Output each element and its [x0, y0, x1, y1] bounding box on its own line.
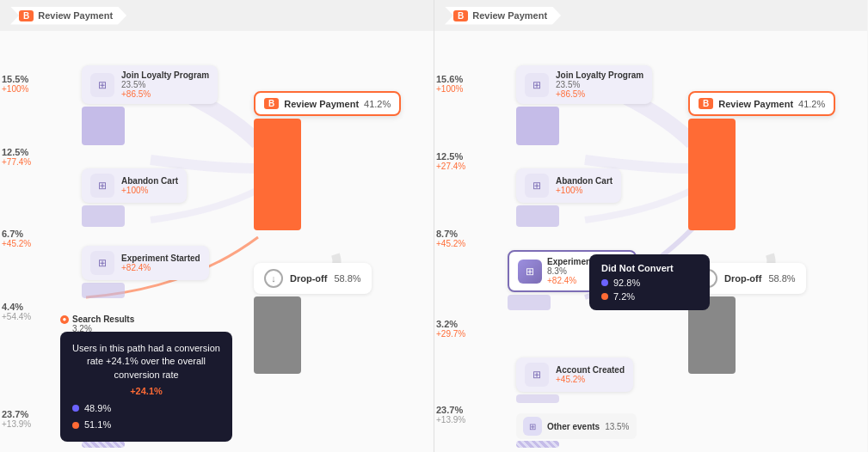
left-stat-2-change: +77.4% — [2, 157, 31, 167]
right-review-payment-pct: 41.2% — [798, 99, 825, 109]
join-loyalty-icon: ⊞ — [90, 73, 114, 97]
other-events-bar — [82, 441, 125, 448]
left-stat-2-val: 12.5% — [2, 147, 31, 157]
left-dropoff-pct: 58.8% — [334, 273, 360, 284]
right-stat-3-change: +45.2% — [436, 239, 465, 248]
right-breadcrumb: B Review Payment — [434, 0, 867, 31]
right-join-loyalty-bar — [516, 107, 559, 145]
right-breadcrumb-label: Review Payment — [472, 10, 547, 21]
right-stat-2-val: 12.5% — [436, 151, 465, 162]
abandon-cart-icon: ⊞ — [90, 174, 114, 198]
right-stat-1-change: +100% — [436, 84, 463, 94]
left-stat-4: 4.4% +54.4% — [2, 302, 31, 321]
tooltip-dot-row-2: 51.1% — [72, 418, 220, 431]
left-b-badge: B — [19, 10, 34, 21]
left-abandon-cart-node[interactable]: ⊞ Abandon Cart +100% — [82, 168, 187, 227]
right-dropoff-label: Drop-off — [724, 273, 761, 284]
tooltip-text: Users in this path had a conversion rate… — [72, 342, 220, 382]
dropoff-icon: ↓ — [264, 269, 283, 288]
left-experiment-node[interactable]: ⊞ Experiment Started +82.4% — [82, 246, 209, 298]
right-join-loyalty-change: +86.5% — [556, 89, 643, 99]
account-created-bar — [516, 394, 559, 403]
right-stat-5: 23.7% +13.9% — [436, 405, 465, 425]
account-created-change: +45.2% — [556, 375, 625, 384]
right-stat-4: 3.2% +29.7% — [436, 319, 465, 339]
left-stat-3: 6.7% +45.2% — [2, 229, 31, 248]
right-stat-1: 15.6% +100% — [436, 74, 463, 94]
left-breadcrumb-label: Review Payment — [38, 10, 113, 21]
right-review-payment-label: Review Payment — [718, 99, 793, 109]
abandon-cart-bar — [82, 205, 125, 227]
left-stat-4-change: +54.4% — [2, 312, 31, 321]
right-experiment-bar — [508, 295, 551, 310]
right-flow-canvas: 15.6% +100% 12.5% +27.4% 8.7% +45.2% 3.2… — [434, 31, 867, 452]
tooltip-highlight: +24.1% — [72, 385, 220, 398]
right-other-events-label: Other events — [547, 422, 600, 431]
right-abandon-cart-label: Abandon Cart — [556, 176, 613, 186]
dnc-row-1: 92.8% — [601, 278, 698, 288]
abandon-cart-change: +100% — [121, 186, 178, 195]
tooltip-val2: 51.1% — [84, 418, 111, 431]
account-created-icon: ⊞ — [525, 363, 549, 387]
experiment-label: Experiment Started — [121, 253, 200, 263]
right-stat-2: 12.5% +27.4% — [436, 151, 465, 171]
join-loyalty-pct: 23.5% — [121, 80, 209, 89]
experiment-change: +82.4% — [121, 263, 200, 272]
abandon-cart-label: Abandon Cart — [121, 176, 178, 186]
dnc-val1: 92.8% — [613, 278, 640, 288]
right-abandon-cart-node[interactable]: ⊞ Abandon Cart +100% — [516, 168, 621, 227]
right-stat-4-change: +29.7% — [436, 329, 465, 339]
right-stat-5-change: +13.9% — [436, 415, 465, 425]
left-stat-1-change: +100% — [2, 84, 28, 94]
right-join-loyalty-node[interactable]: ⊞ Join Loyalty Program 23.5% +86.5% — [516, 65, 652, 145]
right-other-events-node[interactable]: ⊞ Other events 13.5% — [516, 413, 637, 448]
right-stat-5-val: 23.7% — [436, 405, 465, 415]
right-join-loyalty-icon: ⊞ — [525, 73, 549, 97]
dnc-title: Did Not Convert — [601, 263, 698, 273]
left-dropoff-node[interactable]: ↓ Drop-off 58.8% — [254, 263, 372, 374]
left-join-loyalty-node[interactable]: ⊞ Join Loyalty Program 23.5% +86.5% — [82, 65, 218, 145]
left-stat-4-val: 4.4% — [2, 302, 31, 312]
right-join-loyalty-pct: 23.5% — [556, 80, 643, 89]
right-review-payment-bar — [688, 119, 736, 230]
search-results-label: Search Results — [72, 315, 134, 324]
search-orange-dot: ● — [60, 315, 69, 324]
review-payment-bar — [254, 119, 301, 230]
right-other-events-pct: 13.5% — [605, 422, 629, 431]
tooltip-val1: 48.9% — [84, 402, 111, 415]
right-review-payment-badge: B — [699, 98, 713, 109]
left-stat-5-val: 23.7% — [2, 409, 31, 419]
right-other-events-icon: ⊞ — [523, 417, 542, 436]
right-stat-3: 8.7% +45.2% — [436, 229, 465, 248]
left-stat-3-change: +45.2% — [2, 239, 31, 248]
left-review-payment-pct: 41.2% — [364, 99, 391, 109]
left-tooltip: Users in this path had a conversion rate… — [60, 332, 232, 442]
dnc-dot-1 — [601, 279, 608, 286]
left-stat-1-val: 15.5% — [2, 74, 28, 84]
left-stat-1: 15.5% +100% — [2, 74, 28, 94]
right-account-created-node[interactable]: ⊞ Account Created +45.2% — [516, 357, 633, 403]
right-abandon-cart-icon: ⊞ — [525, 174, 549, 198]
dot-blue — [72, 405, 79, 412]
right-abandon-cart-bar — [516, 205, 559, 227]
join-loyalty-bar — [82, 107, 125, 145]
did-not-convert-popup: Did Not Convert 92.8% 7.2% — [589, 254, 710, 310]
dropoff-bar — [254, 296, 301, 374]
right-experiment-icon: ⊞ — [518, 260, 542, 284]
left-panel: B Review Payment 15.5% +100% — [0, 0, 434, 452]
left-stat-5-change: +13.9% — [2, 419, 31, 429]
dnc-val2: 7.2% — [613, 291, 635, 302]
tooltip-dot-row-1: 48.9% — [72, 402, 220, 415]
left-breadcrumb-b[interactable]: B Review Payment — [10, 7, 126, 25]
account-created-label: Account Created — [556, 365, 625, 375]
dnc-row-2: 7.2% — [601, 291, 698, 302]
right-stat-4-val: 3.2% — [436, 319, 465, 329]
right-other-events-bar — [516, 441, 559, 448]
right-panel: B Review Payment 15.6% +100% 12.5% + — [434, 0, 867, 452]
right-breadcrumb-b[interactable]: B Review Payment — [445, 7, 561, 25]
left-breadcrumb: B Review Payment — [0, 0, 434, 31]
left-review-payment-label: Review Payment — [284, 99, 359, 109]
left-stat-2: 12.5% +77.4% — [2, 147, 31, 167]
right-review-payment-node[interactable]: B Review Payment 41.2% — [688, 91, 835, 230]
left-review-payment-node[interactable]: B Review Payment 41.2% — [254, 91, 401, 230]
